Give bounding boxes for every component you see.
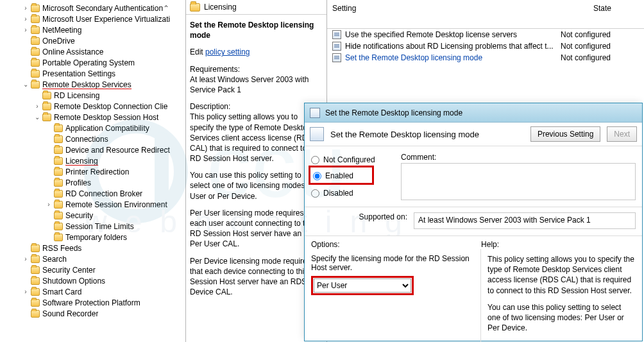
- radio-disabled[interactable]: [311, 189, 319, 198]
- supported-on-label: Supported on:: [324, 212, 407, 221]
- dialog-window-icon: [310, 108, 320, 118]
- tree-item[interactable]: Online Assistance: [0, 46, 185, 57]
- chevron-right-icon[interactable]: ›: [22, 26, 30, 33]
- tree-item[interactable]: Session Time Limits: [0, 221, 185, 232]
- next-setting-button[interactable]: Next: [607, 126, 637, 142]
- chevron-right-icon[interactable]: ›: [22, 288, 30, 295]
- tree-item[interactable]: Software Protection Platform: [0, 297, 185, 308]
- tree-item[interactable]: RD Licensing: [0, 90, 185, 101]
- setting-label: Set the Remote Desktop licensing mode: [345, 53, 561, 62]
- tree-item-label: RSS Feeds: [42, 244, 81, 253]
- tree-item[interactable]: Security: [0, 210, 185, 221]
- tree-item-label: Shutdown Options: [42, 277, 105, 286]
- tree-item-label: Device and Resource Redirect: [65, 146, 170, 155]
- chevron-right-icon[interactable]: ›: [33, 103, 41, 110]
- dialog-titlebar[interactable]: Set the Remote Desktop licensing mode: [305, 103, 642, 123]
- tree-item-label: Temporary folders: [65, 233, 127, 242]
- tree-item[interactable]: ›Microsoft User Experience Virtualizati: [0, 13, 185, 24]
- tree-item-label: Search: [42, 255, 67, 264]
- folder-icon: [54, 157, 63, 165]
- col-setting[interactable]: Setting: [327, 0, 561, 28]
- tree-item[interactable]: Portable Operating System: [0, 57, 185, 68]
- tree-item-label: Microsoft User Experience Virtualizati: [42, 15, 170, 24]
- tree-item[interactable]: ⌄Remote Desktop Session Host: [0, 112, 185, 123]
- tree-item-label: RD Licensing: [54, 91, 99, 100]
- folder-icon: [31, 59, 40, 67]
- options-heading: Options:: [311, 240, 481, 249]
- dialog-policy-icon: [310, 127, 324, 141]
- chevron-right-icon[interactable]: ›: [22, 255, 30, 262]
- chevron-down-icon[interactable]: ⌄: [22, 81, 30, 88]
- tree-item[interactable]: Presentation Settings: [0, 68, 185, 79]
- folder-icon: [31, 37, 40, 45]
- tree-item-label: Licensing: [65, 157, 98, 166]
- radio-enabled-label: Enabled: [325, 171, 353, 180]
- policy-tree[interactable]: ›Microsoft Secondary Authentication ⌃›Mi…: [0, 0, 186, 342]
- comment-textarea[interactable]: [401, 163, 636, 200]
- tree-item[interactable]: ⌄Remote Desktop Services: [0, 79, 185, 90]
- setting-row[interactable]: Use the specified Remote Desktop license…: [327, 29, 644, 40]
- comment-label: Comment:: [401, 153, 636, 162]
- description-1: This policy setting allows you to specif…: [190, 112, 321, 163]
- tree-item[interactable]: Printer Redirection: [0, 166, 185, 177]
- radio-enabled[interactable]: [313, 172, 321, 180]
- help-text-2: You can use this policy setting to selec…: [487, 302, 636, 334]
- folder-icon: [31, 266, 40, 274]
- tree-item[interactable]: ›NetMeeting: [0, 24, 185, 35]
- folder-icon: [42, 92, 51, 99]
- tree-item[interactable]: Licensing: [0, 155, 185, 166]
- tree-item[interactable]: Temporary folders: [0, 232, 185, 243]
- tree-item[interactable]: ›Search: [0, 253, 185, 264]
- setting-state: Not configured: [561, 42, 644, 51]
- folder-icon: [31, 277, 40, 285]
- folder-icon: [54, 168, 63, 176]
- tree-item-label: Application Compatibility: [65, 124, 149, 133]
- chevron-down-icon[interactable]: ⌄: [33, 114, 41, 121]
- policy-item-icon: [332, 30, 341, 39]
- tree-item[interactable]: Shutdown Options: [0, 275, 185, 286]
- folder-icon: [31, 244, 40, 252]
- radio-not-configured[interactable]: [311, 156, 319, 164]
- previous-setting-button[interactable]: Previous Setting: [530, 126, 600, 142]
- folder-icon: [31, 299, 40, 307]
- licensing-mode-select[interactable]: Per User: [314, 278, 411, 293]
- requirements-heading: Requirements:: [190, 65, 240, 74]
- help-heading: Help:: [481, 240, 636, 249]
- details-title: Set the Remote Desktop licensing mode: [190, 20, 323, 40]
- edit-policy-link[interactable]: policy setting: [205, 47, 250, 56]
- tree-item[interactable]: OneDrive: [0, 35, 185, 46]
- chevron-right-icon[interactable]: ›: [45, 201, 53, 208]
- col-state[interactable]: State: [561, 0, 644, 28]
- setting-row[interactable]: Hide notifications about RD Licensing pr…: [327, 40, 644, 52]
- description-2: You can use this policy setting to selec…: [190, 170, 323, 201]
- setting-state: Not configured: [561, 53, 644, 62]
- folder-icon: [190, 3, 200, 12]
- setting-label: Use the specified Remote Desktop license…: [345, 30, 561, 39]
- chevron-right-icon[interactable]: ›: [22, 15, 30, 22]
- tree-item[interactable]: RD Connection Broker: [0, 188, 185, 199]
- tree-item-label: Online Assistance: [42, 47, 103, 56]
- tree-item[interactable]: Application Compatibility: [0, 123, 185, 133]
- tree-item[interactable]: Profiles: [0, 177, 185, 188]
- radio-not-configured-label: Not Configured: [323, 155, 375, 164]
- tree-item[interactable]: Connections: [0, 133, 185, 144]
- chevron-right-icon[interactable]: ›: [22, 4, 30, 12]
- tree-item[interactable]: ›Microsoft Secondary Authentication ⌃: [0, 3, 185, 13]
- folder-icon: [54, 212, 63, 219]
- folder-icon: [42, 103, 51, 110]
- tree-item[interactable]: ›Remote Desktop Connection Clie: [0, 101, 185, 112]
- setting-state: Not configured: [561, 30, 644, 39]
- folder-icon: [31, 70, 40, 78]
- tree-item[interactable]: ›Remote Session Environment: [0, 199, 185, 210]
- tree-item-label: NetMeeting: [42, 26, 81, 35]
- tree-item-label: Security: [65, 211, 93, 220]
- policy-item-icon: [332, 42, 341, 51]
- tree-item[interactable]: Sound Recorder: [0, 308, 185, 319]
- folder-icon: [54, 179, 63, 187]
- setting-row[interactable]: Set the Remote Desktop licensing modeNot…: [327, 52, 644, 64]
- folder-icon: [31, 48, 40, 56]
- tree-item[interactable]: ›Smart Card: [0, 286, 185, 297]
- tree-item[interactable]: Security Center: [0, 264, 185, 275]
- tree-item[interactable]: RSS Feeds: [0, 243, 185, 253]
- tree-item[interactable]: Device and Resource Redirect: [0, 144, 185, 155]
